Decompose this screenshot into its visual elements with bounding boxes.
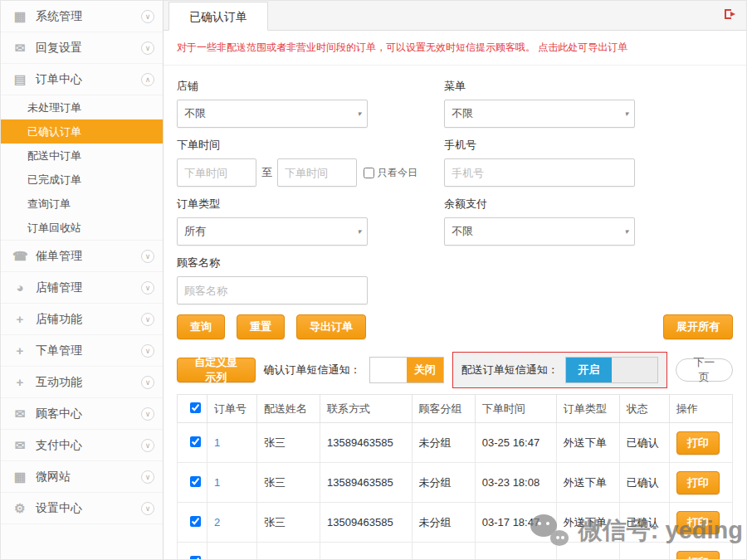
chevron-down-icon: ∨ <box>141 439 154 452</box>
chevron-down-icon: ∨ <box>141 502 154 515</box>
chevron-down-icon: ∨ <box>141 344 154 358</box>
delivery-sms-label: 配送订单短信通知： <box>461 363 559 377</box>
sidebar-item-shop-functions[interactable]: + 店铺功能 ∨ <box>1 304 163 335</box>
reset-button[interactable]: 重置 <box>237 314 285 339</box>
order-type-select[interactable]: 所有 ▾ <box>177 217 368 246</box>
order-number-link[interactable]: 1 <box>214 436 220 449</box>
cell-delivery-name: 张三 <box>256 503 320 543</box>
sidebar-item-urge-management[interactable]: ☎ 催单管理 ∨ <box>1 241 163 272</box>
print-button[interactable]: 打印 <box>676 511 720 534</box>
header-order-time: 下单时间 <box>475 395 556 423</box>
confirm-sms-toggle-state[interactable]: 关闭 <box>407 358 443 382</box>
print-button[interactable]: 打印 <box>676 471 720 494</box>
sidebar-item-shop-management[interactable]: ◕ 店铺管理 ∨ <box>1 272 163 304</box>
phone-icon: ☎ <box>12 249 27 264</box>
app-window: ▦ 系统管理 ∨ ✉ 回复设置 ∨ ▤ 订单中心 ∧ 未处理订单 已确认订单 配… <box>0 0 747 560</box>
menu-filter-label: 菜单 <box>444 79 733 94</box>
sidebar-item-label: 下单管理 <box>36 343 133 358</box>
order-time-to-input[interactable] <box>277 158 357 187</box>
cell-status: 已确认 <box>619 423 669 463</box>
sidebar-item-pending-orders[interactable]: 未处理订单 <box>1 95 163 119</box>
menu-select-value: 不限 <box>452 107 473 119</box>
header-order-no: 订单号 <box>208 395 257 423</box>
chevron-up-icon: ∧ <box>141 73 154 86</box>
cell-order-type <box>556 543 619 560</box>
row-checkbox[interactable] <box>190 436 201 447</box>
today-only-option[interactable]: 只看今日 <box>364 166 417 180</box>
expand-all-button[interactable]: 展开所有 <box>663 314 733 339</box>
sidebar-item-payment-center[interactable]: ✉ 支付中心 ∨ <box>1 430 163 461</box>
shop-select[interactable]: 不限 ▾ <box>177 100 368 128</box>
sidebar-item-label: 微网站 <box>36 470 133 485</box>
header-contact: 联系方式 <box>320 395 413 423</box>
customize-columns-button[interactable]: 自定义显示列 <box>177 358 256 382</box>
order-time-label: 下单时间 <box>177 138 444 153</box>
cell-delivery-name: 张三 <box>256 423 320 463</box>
chevron-down-icon: ∨ <box>141 250 154 263</box>
chevron-down-icon: ∨ <box>141 281 154 295</box>
sidebar-item-query-orders[interactable]: 查询订单 <box>1 192 163 216</box>
sidebar-item-customer-center[interactable]: ✉ 顾客中心 ∨ <box>1 398 163 430</box>
sidebar-item-label: 订单中心 <box>36 72 133 87</box>
filter-spacer <box>444 251 733 304</box>
customer-name-input[interactable] <box>177 276 368 304</box>
sidebar-item-completed-orders[interactable]: 已完成订单 <box>1 168 163 192</box>
sidebar-item-micro-site[interactable]: ▦ 微网站 ∨ <box>1 461 163 493</box>
grid-icon: ▦ <box>12 9 27 24</box>
balance-select[interactable]: 不限 ▾ <box>444 217 635 246</box>
sidebar-item-delivering-orders[interactable]: 配送中订单 <box>1 144 163 168</box>
phone-input[interactable] <box>444 158 635 187</box>
tab-bar: 已确认订单 <box>164 1 746 31</box>
row-checkbox[interactable] <box>190 476 201 487</box>
next-page-button[interactable]: 下一页 <box>676 358 733 382</box>
cell-customer-group <box>412 543 475 560</box>
chevron-down-icon: ∨ <box>141 313 154 326</box>
chevron-down-icon: ▾ <box>624 218 628 245</box>
cell-status <box>619 543 669 560</box>
sidebar-item-order-center[interactable]: ▤ 订单中心 ∧ <box>1 64 163 95</box>
sidebar-item-label: 设置中心 <box>36 501 133 516</box>
printer-icon: ▤ <box>12 72 27 87</box>
sidebar-item-settings-center[interactable]: ⚙ 设置中心 ∨ <box>1 493 163 524</box>
cell-status: 已确认 <box>619 463 669 503</box>
row-checkbox[interactable] <box>190 516 201 527</box>
delivery-sms-toggle[interactable]: 开启 <box>565 357 658 383</box>
print-button[interactable]: 打印 <box>676 431 720 455</box>
plus-icon: + <box>12 312 27 326</box>
delivery-sms-toggle-off-side[interactable] <box>612 358 657 382</box>
delivery-sms-toggle-state[interactable]: 开启 <box>566 358 612 382</box>
tab-confirmed-orders[interactable]: 已确认订单 <box>168 2 268 31</box>
order-number-link[interactable]: 1 <box>214 476 220 489</box>
filter-form: 店铺 不限 ▾ 菜单 不限 ▾ 下单时间 至 <box>164 66 746 304</box>
balance-select-value: 不限 <box>452 225 473 237</box>
row-checkbox[interactable] <box>190 556 201 560</box>
search-button[interactable]: 查询 <box>177 314 225 339</box>
main-content: 已确认订单 对于一些非配送范围或者非营业时间段的订单，可以设置无效时短信提示顾客… <box>164 1 746 559</box>
sidebar-item-reply-settings[interactable]: ✉ 回复设置 ∨ <box>1 32 163 64</box>
confirm-sms-toggle[interactable]: 关闭 <box>369 357 444 383</box>
table-header-row: 订单号 配送姓名 联系方式 顾客分组 下单时间 订单类型 状态 操作 <box>178 395 733 423</box>
order-time-from-input[interactable] <box>177 158 256 187</box>
sidebar-item-system-management[interactable]: ▦ 系统管理 ∨ <box>1 1 163 32</box>
sidebar: ▦ 系统管理 ∨ ✉ 回复设置 ∨ ▤ 订单中心 ∧ 未处理订单 已确认订单 配… <box>1 1 164 559</box>
shop-select-value: 不限 <box>184 107 206 119</box>
menu-select[interactable]: 不限 ▾ <box>444 100 635 128</box>
export-orders-button[interactable]: 导出订单 <box>296 314 366 339</box>
logout-icon[interactable] <box>725 8 738 21</box>
balance-filter-label: 余额支付 <box>444 197 733 212</box>
today-only-checkbox[interactable] <box>364 168 374 178</box>
select-all-checkbox[interactable] <box>190 402 201 413</box>
order-number-link[interactable]: 2 <box>214 516 220 528</box>
table-row: 2 张三 13509463585 未分组 03-17 18:47 外送下单 已确… <box>178 503 733 543</box>
sidebar-item-interaction[interactable]: + 互动功能 ∨ <box>1 367 163 398</box>
export-orders-link[interactable]: 点击此处可导出订单 <box>538 41 627 53</box>
cell-order-time: 03-17 18:47 <box>475 503 556 543</box>
chevron-down-icon: ∨ <box>141 470 154 484</box>
sidebar-item-order-recycle-bin[interactable]: 订单回收站 <box>1 216 163 240</box>
sidebar-item-confirmed-orders[interactable]: 已确认订单 <box>1 119 163 144</box>
print-button[interactable]: 打印 <box>676 551 720 560</box>
confirm-sms-toggle-off-side[interactable] <box>370 358 407 382</box>
mail-icon: ✉ <box>12 41 27 56</box>
chevron-down-icon: ▾ <box>624 100 628 127</box>
sidebar-item-order-placing[interactable]: + 下单管理 ∨ <box>1 335 163 367</box>
